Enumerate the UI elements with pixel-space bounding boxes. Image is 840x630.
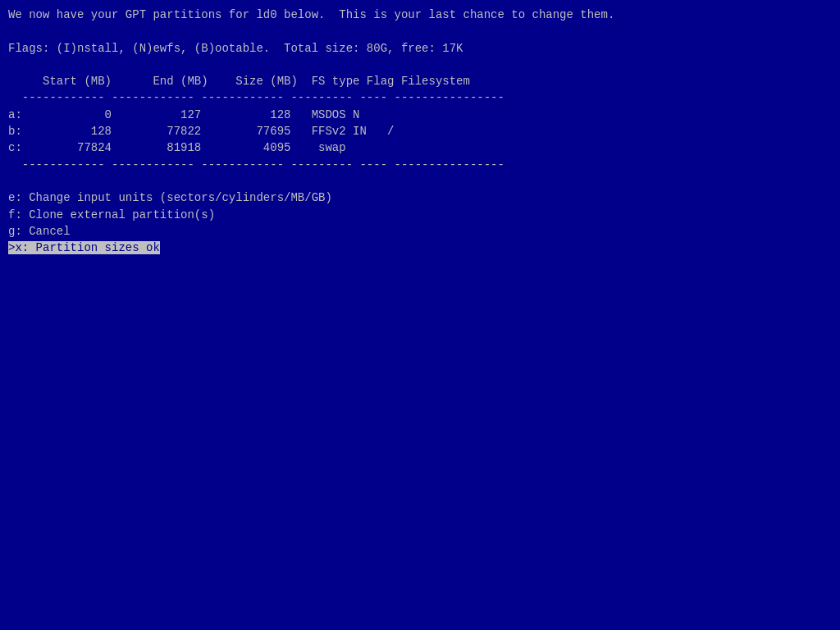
option-x[interactable]: >x: Partition sizes ok — [8, 240, 832, 256]
row-b: b: 128 77822 77695 FFSv2 IN / — [8, 123, 832, 139]
terminal-screen: We now have your GPT partitions for ld0 … — [0, 0, 840, 630]
option-e[interactable]: e: Change input units (sectors/cylinders… — [8, 189, 832, 206]
row-c: c: 77824 81918 4095 swap — [8, 139, 832, 156]
intro-line: We now have your GPT partitions for ld0 … — [8, 7, 832, 23]
separator2: ------------ ------------ ------------ -… — [8, 157, 832, 173]
option-g[interactable]: g: Cancel — [8, 223, 832, 240]
blank1 — [8, 23, 832, 39]
option-x-highlight[interactable]: >x: Partition sizes ok — [8, 241, 160, 254]
blank3 — [8, 173, 832, 189]
row-a: a: 0 127 128 MSDOS N — [8, 107, 832, 123]
option-f[interactable]: f: Clone external partition(s) — [8, 207, 832, 223]
flags-line: Flags: (I)nstall, (N)ewfs, (B)ootable. T… — [8, 40, 832, 57]
separator1: ------------ ------------ ------------ -… — [8, 89, 832, 106]
blank2 — [8, 57, 832, 73]
header-line: Start (MB) End (MB) Size (MB) FS type Fl… — [8, 73, 832, 89]
